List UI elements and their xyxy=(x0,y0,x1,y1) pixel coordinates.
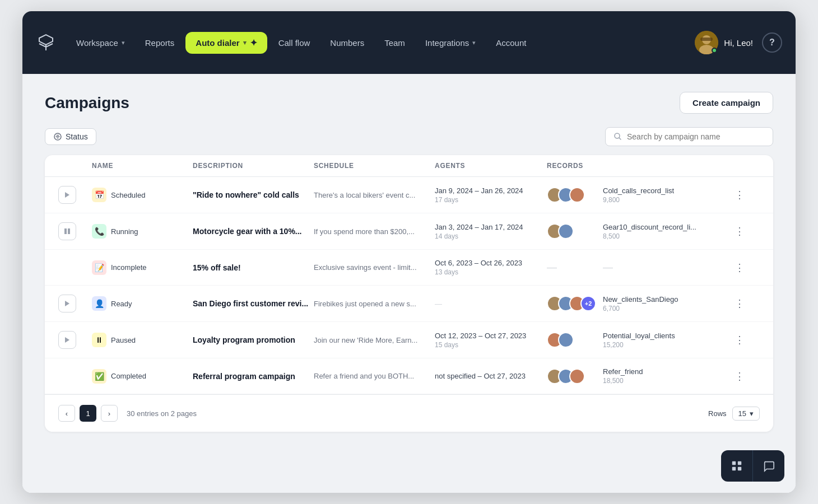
status-filter-label: Status xyxy=(66,132,88,141)
pause-button[interactable] xyxy=(58,222,76,240)
row-action[interactable] xyxy=(58,222,92,240)
status-label: Paused xyxy=(111,336,136,344)
status-label: Incomplete xyxy=(111,263,147,272)
status-icon: 📞 xyxy=(92,224,106,239)
help-button[interactable]: ? xyxy=(762,32,782,53)
rows-value: 15 xyxy=(738,409,746,418)
campaign-name: Motorcycle gear with a 10%... xyxy=(193,227,314,236)
svg-marker-10 xyxy=(65,337,69,343)
agents-group: — xyxy=(547,262,603,273)
table-row[interactable]: 👤 Ready San Diego first customer revi...… xyxy=(45,286,773,322)
col-schedule: SCHEDULE xyxy=(314,162,435,170)
agent-avatar xyxy=(569,187,585,203)
schedule-range: Jan 9, 2024 – Jan 26, 2024 xyxy=(435,186,547,195)
status-badge: ⏸ Paused xyxy=(92,333,193,347)
play-button[interactable] xyxy=(58,331,76,349)
search-icon xyxy=(614,132,622,141)
agents-group: +2 xyxy=(547,296,603,311)
user-greeting: Hi, Leo! xyxy=(724,38,753,48)
status-filter[interactable]: Status xyxy=(45,128,96,145)
agents-group xyxy=(547,187,603,203)
status-badge: 📅 Scheduled xyxy=(92,188,193,202)
nav-workspace[interactable]: Workspace ▾ xyxy=(67,32,134,53)
campaigns-table: NAME DESCRIPTION SCHEDULE AGENTS RECORDS… xyxy=(45,155,773,432)
navbar: Workspace ▾ Reports Auto dialer ▾ ✦ Call… xyxy=(22,11,796,74)
search-input[interactable] xyxy=(627,132,765,141)
record-name: Cold_calls_record_list xyxy=(603,186,698,195)
next-page-button[interactable]: › xyxy=(101,405,118,422)
status-badge: 📝 Incomplete xyxy=(92,260,193,275)
status-icon: 📅 xyxy=(92,188,106,202)
svg-marker-6 xyxy=(65,192,69,198)
nav-integrations[interactable]: Integrations ▾ xyxy=(416,32,485,53)
nav-team[interactable]: Team xyxy=(375,32,414,53)
floating-actions xyxy=(721,450,784,482)
status-icon: 👤 xyxy=(92,296,106,311)
nav-call-flow[interactable]: Call flow xyxy=(269,32,319,53)
row-action[interactable] xyxy=(58,295,92,312)
table-row[interactable]: 📅 Scheduled "Ride to nowhere" cold calls… xyxy=(45,177,773,213)
play-button[interactable] xyxy=(58,295,76,312)
table-row[interactable]: ⏸ Paused Loyalty program promotion Join … xyxy=(45,322,773,358)
table-row[interactable]: 📞 Running Motorcycle gear with a 10%... … xyxy=(45,213,773,250)
record-name: New_clients_SanDiego xyxy=(603,295,698,304)
campaign-desc: If you spend more than $200,... xyxy=(314,227,426,236)
schedule-days: 17 days xyxy=(435,196,547,204)
rows-label: Rows xyxy=(708,409,727,418)
status-badge: ✅ Completed xyxy=(92,369,193,384)
chat-button[interactable] xyxy=(753,450,784,482)
create-campaign-button[interactable]: Create campaign xyxy=(680,92,773,114)
prev-page-button[interactable]: ‹ xyxy=(58,405,75,422)
chat-icon xyxy=(763,460,775,472)
main-content: Campaigns Create campaign Status xyxy=(22,74,796,493)
row-action[interactable] xyxy=(58,331,92,349)
campaign-desc: Firebikes just opened a new s... xyxy=(314,300,426,308)
status-icon: ⏸ xyxy=(92,333,106,347)
agent-avatar xyxy=(558,223,574,239)
more-options-button[interactable]: ⋮ xyxy=(732,368,747,384)
campaign-desc: There's a local bikers' event c... xyxy=(314,191,426,199)
table-row[interactable]: 📝 Incomplete 15% off sale! Exclusive sav… xyxy=(45,250,773,286)
campaign-desc: Join our new 'Ride More, Earn... xyxy=(314,336,426,344)
record-name: Refer_friend xyxy=(603,367,698,376)
more-options-button[interactable]: ⋮ xyxy=(732,260,747,276)
more-options-button[interactable]: ⋮ xyxy=(732,187,747,203)
grid-view-button[interactable] xyxy=(721,450,752,482)
svg-rect-12 xyxy=(738,461,741,465)
campaign-desc: Refer a friend and you BOTH... xyxy=(314,372,426,380)
svg-rect-11 xyxy=(732,461,736,465)
current-page: 1 xyxy=(80,405,96,422)
play-button[interactable] xyxy=(58,186,76,204)
filter-icon xyxy=(53,132,62,141)
nav-user[interactable]: Hi, Leo! xyxy=(695,31,753,54)
search-box[interactable] xyxy=(605,127,773,146)
nav-numbers[interactable]: Numbers xyxy=(321,32,373,53)
table-row[interactable]: ✅ Completed Referral program campaign Re… xyxy=(45,358,773,394)
campaign-name: Referral program campaign xyxy=(193,372,314,381)
campaign-name: Loyalty program promotion xyxy=(193,335,314,344)
agents-group xyxy=(547,368,603,384)
nav-account[interactable]: Account xyxy=(487,32,535,53)
record-count: 6,700 xyxy=(603,305,732,312)
row-action[interactable] xyxy=(58,186,92,204)
more-options-button[interactable]: ⋮ xyxy=(732,223,747,239)
col-records: RECORDS xyxy=(547,162,732,170)
nav-reports[interactable]: Reports xyxy=(136,32,184,53)
svg-rect-13 xyxy=(732,467,736,470)
agent-avatar xyxy=(558,332,574,348)
agent-avatar xyxy=(569,368,585,384)
status-label: Completed xyxy=(111,372,146,380)
campaign-name: "Ride to nowhere" cold calls xyxy=(193,190,314,199)
more-options-button[interactable]: ⋮ xyxy=(732,332,747,348)
svg-rect-8 xyxy=(68,228,70,234)
nav-auto-dialer[interactable]: Auto dialer ▾ ✦ xyxy=(185,32,267,54)
status-label: Scheduled xyxy=(111,191,145,199)
nav-right-section: Hi, Leo! ? xyxy=(695,31,782,54)
campaign-name: San Diego first customer revi... xyxy=(193,299,314,308)
app-logo xyxy=(36,32,56,53)
schedule-days: 13 days xyxy=(435,268,547,276)
status-badge: 👤 Ready xyxy=(92,296,193,311)
more-options-button[interactable]: ⋮ xyxy=(732,296,747,311)
page-title: Campaigns xyxy=(45,94,129,112)
rows-per-page-select[interactable]: 15 ▾ xyxy=(732,407,760,421)
